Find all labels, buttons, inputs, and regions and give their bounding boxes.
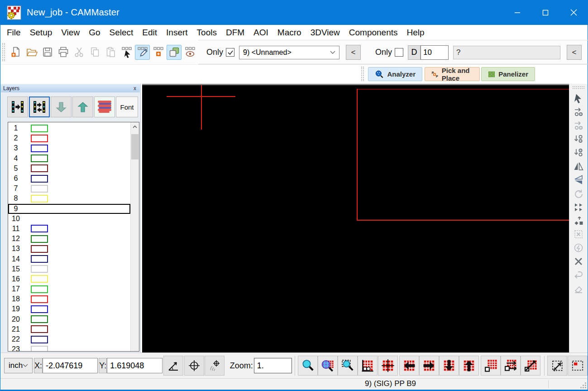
- table-left-button[interactable]: [399, 356, 419, 376]
- layer-row-20[interactable]: 20: [8, 314, 130, 324]
- only-layer-checkbox[interactable]: [226, 48, 234, 57]
- layers-panel-header[interactable]: Layers x: [1, 84, 140, 92]
- only-dcode-checkbox[interactable]: [395, 48, 403, 57]
- resize-grip-icon[interactable]: [580, 382, 587, 389]
- menu-item-file[interactable]: File: [2, 27, 25, 39]
- locate-crosshair-button[interactable]: [205, 356, 225, 376]
- layer-color-swatch[interactable]: [31, 135, 48, 142]
- layer-color-swatch[interactable]: [31, 175, 48, 183]
- canvas[interactable]: [142, 84, 570, 352]
- menu-item-dfm[interactable]: DFM: [221, 27, 249, 39]
- minimize-button[interactable]: [503, 0, 531, 25]
- transfer-dcode-button[interactable]: [571, 214, 586, 227]
- paste-button[interactable]: [103, 45, 118, 60]
- layer-row-23[interactable]: 23: [8, 344, 130, 352]
- layer-row-13[interactable]: 13: [8, 244, 130, 254]
- layer-view-single-button[interactable]: [7, 97, 28, 117]
- dcode-input[interactable]: [421, 45, 449, 60]
- table-corner-button[interactable]: [481, 356, 501, 376]
- layer-color-swatch[interactable]: [31, 225, 48, 232]
- layer-row-3[interactable]: 3: [8, 143, 130, 153]
- scrollbar-thumb[interactable]: [131, 134, 139, 159]
- show-layers-button[interactable]: [167, 45, 182, 60]
- launch-toolbar-grip[interactable]: [361, 67, 364, 81]
- font-button[interactable]: Font: [116, 97, 138, 117]
- layer-move-down-button[interactable]: [51, 97, 72, 117]
- previous-layer-button[interactable]: <: [346, 45, 361, 60]
- layer-move-up-button[interactable]: [72, 97, 93, 117]
- print-button[interactable]: [56, 45, 71, 60]
- layer-color-swatch[interactable]: [31, 325, 48, 333]
- unit-dropdown[interactable]: inch: [4, 358, 33, 373]
- power-button[interactable]: [571, 241, 586, 255]
- layer-color-swatch[interactable]: [31, 125, 48, 132]
- layer-list-scrollbar[interactable]: [130, 122, 139, 351]
- rotate-button[interactable]: [571, 187, 586, 200]
- save-button[interactable]: [40, 45, 55, 60]
- dcode-label[interactable]: D: [408, 45, 421, 60]
- menu-item-setup[interactable]: Setup: [25, 27, 57, 39]
- copy-to-bottom-layer-button[interactable]: [571, 146, 586, 159]
- layers-panel-close-icon[interactable]: x: [132, 86, 138, 91]
- menu-item-view[interactable]: View: [57, 27, 84, 39]
- view-objects-button[interactable]: [182, 45, 197, 60]
- layer-row-19[interactable]: 19: [8, 304, 130, 314]
- analyzer-button[interactable]: Analyzer: [368, 67, 422, 81]
- layer-color-swatch[interactable]: [31, 255, 48, 263]
- layer-row-15[interactable]: 15: [8, 264, 130, 274]
- table-diagonal-button[interactable]: [521, 356, 540, 376]
- move-to-bottom-layer-button[interactable]: [571, 132, 586, 146]
- toolbar-grip[interactable]: [2, 43, 5, 61]
- layer-row-18[interactable]: 18: [8, 294, 130, 304]
- copy-button[interactable]: [87, 45, 102, 60]
- layer-color-swatch[interactable]: [31, 245, 48, 253]
- layer-color-swatch[interactable]: [31, 164, 48, 172]
- maximize-button[interactable]: [531, 0, 559, 25]
- zoom-grid-button[interactable]: [318, 356, 338, 376]
- panelizer-button[interactable]: Panelizer: [481, 67, 535, 81]
- layer-row-22[interactable]: 22: [8, 334, 130, 344]
- table-down-button[interactable]: [439, 356, 459, 376]
- step-repeat-button[interactable]: [571, 200, 586, 214]
- zoom-window-button[interactable]: [298, 356, 318, 376]
- edit-objects-button[interactable]: [135, 45, 150, 60]
- layer-row-7[interactable]: 7: [8, 183, 130, 193]
- origin-crosshair-button[interactable]: [184, 356, 204, 376]
- layer-row-2[interactable]: 2: [8, 133, 130, 143]
- select-objects-button[interactable]: [119, 45, 134, 60]
- table-right-button[interactable]: [419, 356, 439, 376]
- stretch-button[interactable]: [571, 227, 586, 241]
- layer-color-swatch[interactable]: [31, 185, 48, 193]
- angle-measure-button[interactable]: [163, 356, 183, 376]
- pick-and-place-button[interactable]: P P Pick and Place: [425, 67, 480, 81]
- layer-dropdown[interactable]: 9) <Unnamed>: [239, 46, 339, 59]
- menu-item-tools[interactable]: Tools: [192, 27, 221, 39]
- layer-row-9[interactable]: 9: [8, 204, 130, 214]
- layer-row-14[interactable]: 14: [8, 254, 130, 264]
- layer-row-5[interactable]: 5: [8, 164, 130, 174]
- layer-color-swatch[interactable]: [31, 145, 48, 152]
- cut-button[interactable]: [72, 45, 86, 60]
- zoom-references-button[interactable]: [338, 356, 358, 376]
- mirror-vertical-button[interactable]: [571, 173, 586, 187]
- table-move-button[interactable]: [501, 356, 521, 376]
- menu-item-edit[interactable]: Edit: [138, 27, 162, 39]
- window-clip-button[interactable]: [568, 356, 588, 376]
- layer-color-swatch[interactable]: [31, 285, 48, 293]
- layer-row-6[interactable]: 6: [8, 174, 130, 183]
- delete-button[interactable]: [571, 255, 586, 268]
- layer-color-swatch[interactable]: [31, 305, 48, 313]
- move-to-top-layer-button[interactable]: [571, 105, 586, 119]
- layer-color-swatch[interactable]: [31, 235, 48, 243]
- layer-row-8[interactable]: 8: [8, 193, 130, 203]
- close-button[interactable]: [559, 0, 588, 25]
- new-file-button[interactable]: [8, 45, 23, 60]
- layer-row-1[interactable]: 1: [8, 123, 130, 133]
- menu-item-3dview[interactable]: 3DView: [306, 27, 344, 39]
- layer-color-swatch[interactable]: [31, 315, 48, 323]
- mirror-horizontal-button[interactable]: [571, 159, 586, 173]
- layer-color-swatch[interactable]: [31, 154, 48, 162]
- menu-item-insert[interactable]: Insert: [162, 27, 192, 39]
- menu-item-macro[interactable]: Macro: [273, 27, 306, 39]
- layer-row-11[interactable]: 11: [8, 224, 130, 234]
